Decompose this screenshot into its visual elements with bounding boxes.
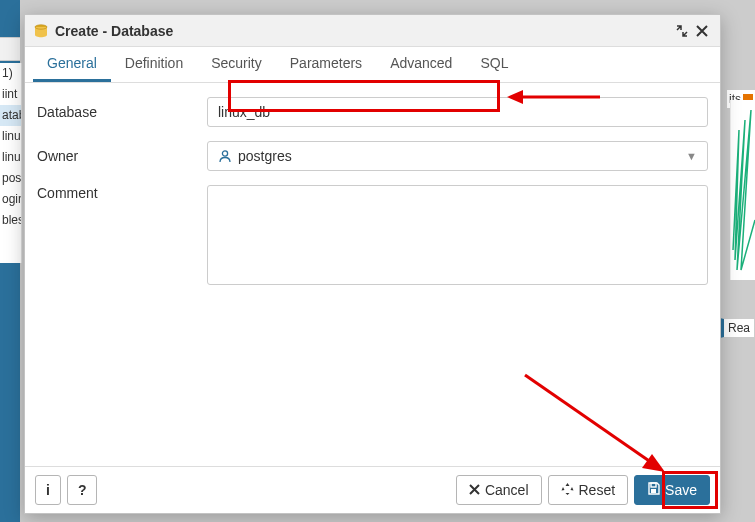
- svg-rect-4: [651, 489, 656, 493]
- cancel-button[interactable]: Cancel: [456, 475, 542, 505]
- create-database-dialog: Create - Database General Definition Sec…: [24, 14, 721, 514]
- svg-rect-3: [651, 483, 656, 487]
- tab-definition[interactable]: Definition: [111, 47, 197, 82]
- tab-sql[interactable]: SQL: [466, 47, 522, 82]
- dialog-tabs: General Definition Security Parameters A…: [25, 47, 720, 83]
- sidebar-fragment: 1) iint ataba linu linu pos ogin/ bles: [0, 63, 22, 263]
- badge-fragment: Rea: [720, 318, 755, 338]
- tab-general[interactable]: General: [33, 47, 111, 82]
- close-icon: [469, 482, 480, 498]
- reset-button[interactable]: Reset: [548, 475, 629, 505]
- dialog-form: Database Owner postgres ▼ Co: [25, 83, 720, 466]
- dialog-titlebar: Create - Database: [25, 15, 720, 47]
- tab-advanced[interactable]: Advanced: [376, 47, 466, 82]
- owner-label: Owner: [37, 148, 207, 164]
- save-icon: [647, 482, 660, 498]
- comment-textarea[interactable]: [207, 185, 708, 285]
- close-icon[interactable]: [692, 21, 712, 41]
- database-input[interactable]: [207, 97, 708, 127]
- maximize-icon[interactable]: [672, 21, 692, 41]
- chart-fragment: [730, 100, 755, 280]
- user-icon: [218, 149, 232, 163]
- info-button[interactable]: i: [35, 475, 61, 505]
- database-label: Database: [37, 104, 207, 120]
- dialog-footer: i ? Cancel Reset Save: [25, 466, 720, 513]
- owner-value: postgres: [238, 148, 292, 164]
- tab-parameters[interactable]: Parameters: [276, 47, 376, 82]
- help-button[interactable]: ?: [67, 475, 98, 505]
- comment-label: Comment: [37, 185, 207, 201]
- tab-security[interactable]: Security: [197, 47, 276, 82]
- database-icon: [33, 23, 49, 39]
- recycle-icon: [561, 482, 574, 498]
- chevron-down-icon: ▼: [686, 150, 697, 162]
- save-button[interactable]: Save: [634, 475, 710, 505]
- owner-select[interactable]: postgres ▼: [207, 141, 708, 171]
- svg-point-2: [222, 151, 227, 156]
- dialog-title: Create - Database: [55, 23, 173, 39]
